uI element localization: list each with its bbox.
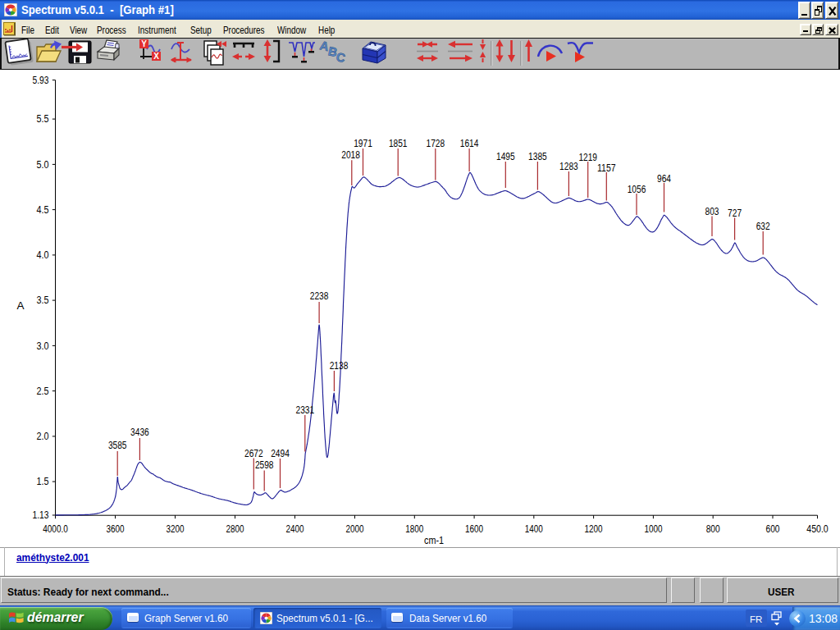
svg-text:3600: 3600 bbox=[107, 523, 125, 535]
svg-text:5.5: 5.5 bbox=[37, 112, 49, 125]
svg-text:1.5: 1.5 bbox=[37, 475, 49, 487]
svg-text:2598: 2598 bbox=[255, 459, 274, 471]
svg-text:1495: 1495 bbox=[496, 150, 515, 162]
svg-text:cm-1: cm-1 bbox=[424, 534, 444, 546]
svg-text:4.5: 4.5 bbox=[37, 203, 49, 216]
svg-text:1600: 1600 bbox=[465, 523, 483, 535]
svg-text:2.5: 2.5 bbox=[37, 385, 49, 397]
svg-text:600: 600 bbox=[766, 523, 780, 535]
svg-text:803: 803 bbox=[705, 205, 719, 217]
svg-text:3585: 3585 bbox=[108, 439, 127, 451]
svg-text:2800: 2800 bbox=[226, 523, 244, 535]
svg-text:2331: 2331 bbox=[296, 404, 315, 416]
svg-text:727: 727 bbox=[728, 207, 742, 219]
svg-text:2672: 2672 bbox=[244, 447, 263, 459]
svg-text:450.0: 450.0 bbox=[806, 523, 829, 535]
svg-text:3.0: 3.0 bbox=[37, 340, 49, 352]
svg-text:1200: 1200 bbox=[585, 523, 603, 535]
svg-text:4.0: 4.0 bbox=[37, 249, 49, 261]
svg-text:3436: 3436 bbox=[130, 426, 149, 438]
svg-text:1000: 1000 bbox=[644, 523, 662, 535]
svg-text:Y: Y bbox=[141, 39, 147, 48]
svg-text:964: 964 bbox=[657, 172, 671, 185]
svg-text:2494: 2494 bbox=[271, 447, 290, 459]
svg-text:C: C bbox=[335, 49, 346, 65]
svg-text:1283: 1283 bbox=[559, 160, 578, 172]
svg-text:X: X bbox=[153, 52, 159, 61]
svg-text:2138: 2138 bbox=[330, 359, 349, 372]
svg-text:1385: 1385 bbox=[528, 150, 547, 162]
svg-text:5.0: 5.0 bbox=[37, 158, 49, 171]
svg-text:1728: 1728 bbox=[427, 137, 445, 149]
svg-text:1614: 1614 bbox=[460, 137, 479, 149]
svg-text:2.0: 2.0 bbox=[37, 430, 49, 442]
svg-text:3.5: 3.5 bbox=[37, 294, 49, 306]
svg-text:2238: 2238 bbox=[310, 290, 329, 302]
svg-text:1971: 1971 bbox=[354, 137, 372, 149]
svg-text:5.93: 5.93 bbox=[33, 74, 49, 86]
svg-text:4000.0: 4000.0 bbox=[43, 523, 68, 535]
svg-text:800: 800 bbox=[706, 523, 720, 535]
svg-text:2400: 2400 bbox=[286, 523, 304, 535]
svg-text:1800: 1800 bbox=[405, 523, 423, 535]
svg-text:2018: 2018 bbox=[341, 148, 360, 161]
svg-text:1157: 1157 bbox=[597, 162, 616, 174]
svg-text:A: A bbox=[17, 299, 25, 312]
svg-text:632: 632 bbox=[756, 220, 770, 232]
svg-text:1400: 1400 bbox=[525, 523, 543, 535]
svg-text:3200: 3200 bbox=[167, 523, 185, 535]
svg-text:2000: 2000 bbox=[346, 523, 364, 535]
svg-text:1219: 1219 bbox=[578, 151, 597, 163]
svg-text:1056: 1056 bbox=[628, 183, 646, 195]
svg-text:1.13: 1.13 bbox=[33, 509, 49, 521]
svg-text:1851: 1851 bbox=[389, 137, 408, 149]
